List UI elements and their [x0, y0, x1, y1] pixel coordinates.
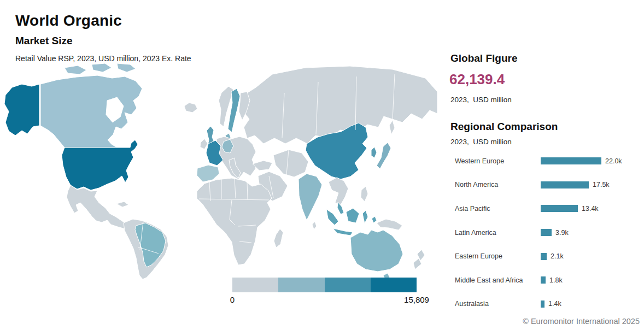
map-country-indonesia [326, 209, 338, 225]
regional-bar-row: Australasia1.4k [450, 292, 644, 316]
regional-bar [541, 157, 601, 164]
map-country-india [298, 174, 322, 220]
legend-segment [325, 278, 371, 292]
map-legend: 0 15,809 [232, 278, 417, 306]
regional-bars: Western Europe22.0kNorth America17.5kAsi… [450, 149, 644, 316]
regional-bar-row: North America17.5k [450, 173, 644, 197]
regional-bar-label: Latin America [450, 229, 541, 237]
map-country-usa [62, 140, 138, 190]
global-figure-value: 62,139.4 [449, 71, 505, 88]
map-country-new-guinea [377, 219, 402, 230]
regional-bar [541, 229, 552, 236]
regional-bar-label: Asia Pacific [450, 205, 541, 213]
regional-bar-label: Eastern Europe [450, 252, 541, 260]
legend-segment [232, 278, 278, 292]
legend-segment [278, 278, 324, 292]
regional-bar-row: Western Europe22.0k [450, 149, 644, 173]
world-map [0, 61, 443, 280]
legend-segment [371, 278, 417, 292]
map-country-japan [377, 143, 391, 169]
regional-bar [541, 181, 589, 188]
regional-comparison-heading: Regional Comparison [450, 121, 558, 133]
map-country-australia [350, 230, 403, 272]
legend-min-label: 0 [230, 295, 235, 304]
regional-bar-value: 2.1k [551, 252, 564, 260]
map-country-iceland [184, 103, 197, 113]
map-country-philippines [361, 186, 368, 202]
map-country-indonesia [346, 208, 359, 223]
page-title: World Organic [15, 12, 122, 30]
map-country-cuba [116, 202, 128, 207]
global-figure-heading: Global Figure [450, 52, 517, 64]
regional-bar-value: 17.5k [593, 181, 610, 188]
regional-bar-row: Middle East and Africa1.8k [450, 268, 644, 292]
regional-bar [541, 300, 545, 308]
map-region-indochina [329, 178, 348, 205]
regional-bar-label: Middle East and Africa [450, 276, 541, 284]
map-country-indonesia [372, 216, 377, 223]
regional-bar-value: 3.9k [555, 229, 569, 237]
map-country-canada [40, 75, 142, 148]
regional-bar-value: 1.4k [548, 300, 561, 308]
map-legend-labels: 0 15,809 [232, 295, 417, 306]
regional-bar-value: 22.0k [605, 157, 622, 165]
map-country-sri-lanka [312, 222, 317, 229]
regional-bar-label: North America [450, 181, 541, 188]
map-country-mexico [67, 185, 127, 229]
map-arctic-island [117, 63, 136, 72]
map-region-africa [197, 178, 272, 265]
map-arctic-island [65, 66, 86, 74]
regional-bar-row: Eastern Europe2.1k [450, 244, 644, 268]
map-country-madagascar [274, 229, 283, 248]
global-figure-caption: 2023, USD million [450, 96, 512, 104]
regional-bar-row: Asia Pacific13.4k [450, 197, 644, 221]
regional-bar [541, 253, 547, 260]
copyright: © Euromonitor International 2025 [523, 317, 640, 326]
regional-comparison-caption: 2023, USD million [450, 138, 512, 146]
map-country-ireland [200, 139, 208, 149]
regional-bar-value: 13.4k [582, 205, 599, 213]
regional-bar [541, 276, 546, 284]
report-page: { "header": { "title": "World Organic", … [0, 0, 644, 330]
regional-bar-label: Western Europe [450, 157, 541, 165]
legend-max-label: 15,809 [404, 295, 429, 304]
regional-bar-label: Australasia [450, 300, 541, 308]
map-legend-gradient [232, 278, 417, 292]
regional-bar [541, 205, 578, 212]
map-country-spain [197, 165, 219, 182]
map-country-indonesia [333, 228, 353, 235]
regional-bar-row: Latin America3.9k [450, 221, 644, 245]
regional-bar-value: 1.8k [549, 276, 563, 284]
map-country-indonesia [362, 210, 368, 223]
map-arctic-island [92, 63, 112, 72]
map-country-sakhalin [389, 120, 395, 134]
map-country-south-korea [371, 147, 377, 158]
map-region-central-asia [273, 150, 308, 177]
page-subtitle: Market Size [15, 35, 73, 47]
map-country-alaska [4, 84, 39, 135]
